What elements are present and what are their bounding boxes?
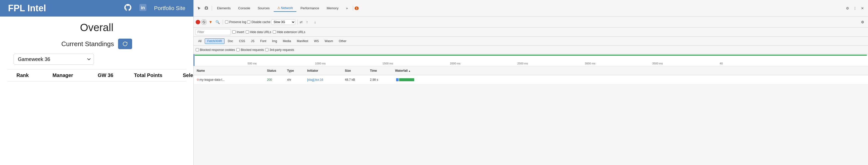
tab-performance[interactable]: Performance <box>297 5 322 11</box>
tab-elements[interactable]: Elements <box>214 5 234 11</box>
github-icon[interactable] <box>124 3 132 13</box>
third-party-checkbox[interactable]: 3rd-party requests <box>265 48 294 52</box>
search-icon[interactable]: 🔍 <box>215 20 221 25</box>
col-manager: Manager <box>38 72 88 78</box>
filter-input[interactable] <box>196 29 231 35</box>
linkedin-icon[interactable]: in <box>139 3 147 13</box>
cell-name[interactable]: ⊙ my-league-data-l... <box>196 78 266 81</box>
cell-type: xhr <box>286 78 306 81</box>
gameweek-select-wrapper: Gameweek 36 <box>13 54 94 65</box>
type-fetch-xhr[interactable]: Fetch/XHR <box>205 38 224 44</box>
tab-sources[interactable]: Sources <box>254 5 273 11</box>
timeline-1500ms: 1500 ms <box>382 62 393 65</box>
disable-cache-checkbox[interactable]: Disable cache <box>247 20 270 24</box>
download-icon[interactable]: ↓ <box>312 19 319 26</box>
waterfall-green-bar <box>399 78 414 81</box>
gameweek-select[interactable]: Gameweek 36 <box>13 54 94 65</box>
col-type: Type <box>286 69 306 72</box>
devtools-filter-bar: Invert Hide data URLs Hide extension URL… <box>194 28 868 37</box>
hide-ext-urls-checkbox[interactable]: Hide extension URLs <box>273 30 305 34</box>
col-status: Status <box>266 69 286 72</box>
clear-button[interactable] <box>201 19 207 25</box>
cell-size: 48.7 kB <box>344 78 369 81</box>
upload-icon[interactable]: ↑ <box>304 19 311 26</box>
devtools-cursor-icon[interactable] <box>196 5 203 12</box>
cell-waterfall <box>394 76 866 83</box>
devtools-type-filters: All Fetch/XHR Doc CSS JS Font Img Media … <box>194 37 868 46</box>
app-content: Overall Current Standings Gameweek 36 Ra… <box>0 16 193 165</box>
invert-checkbox[interactable]: Invert <box>232 30 244 34</box>
type-ws[interactable]: WS <box>311 38 321 44</box>
devtools-close-icon[interactable]: ✕ <box>859 5 866 12</box>
type-manifest[interactable]: Manifest <box>294 38 311 44</box>
standings-row: Current Standings <box>7 39 186 49</box>
timeline-2500ms: 2500 ms <box>517 62 528 65</box>
col-initiator: Initiator <box>306 69 344 72</box>
app-title: FPL Intel <box>8 3 117 13</box>
network-settings-icon[interactable]: ⚙ <box>859 19 866 26</box>
sep3 <box>223 20 223 25</box>
devtools-toolbar: ▼ 🔍 Preserve log Disable cache Slow 3G N… <box>194 16 868 28</box>
blocked-cookies-checkbox[interactable]: Blocked response cookies <box>196 48 235 52</box>
timeline-40: 40 <box>719 62 722 65</box>
row-error-icon: ⊙ <box>197 78 199 81</box>
devtools-panel: Elements Console Sources ⚠Network Perfor… <box>193 0 868 165</box>
cell-status: 200 <box>266 78 286 81</box>
hide-data-urls-checkbox[interactable]: Hide data URLs <box>246 30 271 34</box>
type-img[interactable]: Img <box>270 38 280 44</box>
svg-rect-2 <box>206 6 207 9</box>
type-css[interactable]: CSS <box>236 38 248 44</box>
type-wasm[interactable]: Wasm <box>322 38 336 44</box>
devtools-more-icon[interactable]: ⋮ <box>851 5 859 12</box>
timeline-2000ms: 2000 ms <box>450 62 460 65</box>
col-name: Name <box>196 69 266 72</box>
type-all[interactable]: All <box>196 38 204 44</box>
tab-network[interactable]: ⚠Network <box>274 4 297 12</box>
refresh-button[interactable] <box>118 39 132 49</box>
timeline-500ms: 500 ms <box>248 62 257 65</box>
app-header: FPL Intel in Portfolio Site <box>0 0 193 16</box>
svg-line-5 <box>203 21 205 23</box>
throttle-select[interactable]: Slow 3G No throttling Fast 3G <box>272 19 296 25</box>
timeline-3500ms: 3500 ms <box>652 62 663 65</box>
network-table-header: Name Status Type Initiator Size Time Wat… <box>194 66 868 75</box>
preserve-log-checkbox[interactable]: Preserve log <box>225 20 246 24</box>
waterfall-blue-bar <box>396 78 399 81</box>
type-font[interactable]: Font <box>258 38 269 44</box>
type-js[interactable]: JS <box>248 38 257 44</box>
svg-text:in: in <box>141 5 145 10</box>
col-select-player: Select Player <box>173 72 193 78</box>
standings-label: Current Standings <box>61 40 114 48</box>
overall-title: Overall <box>7 22 186 34</box>
timeline-green-bar <box>195 55 867 56</box>
network-table-row[interactable]: ⊙ my-league-data-l... 200 xhr [slug].tsx… <box>194 75 868 84</box>
devtools-blocked-bar: Blocked response cookies Blocked request… <box>194 46 868 54</box>
timeline-1000ms: 1000 ms <box>315 62 326 65</box>
type-other[interactable]: Other <box>336 38 349 44</box>
timeline-3000ms: 3000 ms <box>585 62 595 65</box>
filter-icon[interactable]: ▼ <box>208 19 214 25</box>
type-doc[interactable]: Doc <box>225 38 236 44</box>
separator-2 <box>353 6 353 11</box>
type-media[interactable]: Media <box>280 38 293 44</box>
table-header: Rank Manager GW 36 Total Points Select P… <box>7 69 186 81</box>
devtools-topbar: Elements Console Sources ⚠Network Perfor… <box>194 0 868 16</box>
tab-console[interactable]: Console <box>235 5 254 11</box>
warning-badge: 1 <box>354 6 359 10</box>
col-waterfall[interactable]: Waterfall <box>394 69 866 72</box>
col-rank: Rank <box>7 72 38 78</box>
tab-memory[interactable]: Memory <box>323 5 342 11</box>
tab-more[interactable]: » <box>343 5 351 11</box>
record-button[interactable] <box>196 20 200 24</box>
cell-initiator[interactable]: [slug].tsx:16 <box>306 78 344 81</box>
col-size: Size <box>344 69 369 72</box>
devtools-settings-icon[interactable]: ⚙ <box>844 5 851 12</box>
portfolio-link[interactable]: Portfolio Site <box>154 5 185 11</box>
col-time: Time <box>369 69 394 72</box>
blocked-requests-checkbox[interactable]: Blocked requests <box>236 48 264 52</box>
app-panel: FPL Intel in Portfolio Site Overall Curr… <box>0 0 193 165</box>
devtools-device-icon[interactable] <box>203 5 210 12</box>
wifi-icon: ⇄ <box>300 20 303 24</box>
cell-time: 2.98 s <box>369 78 394 81</box>
col-gw: GW 36 <box>88 72 123 78</box>
